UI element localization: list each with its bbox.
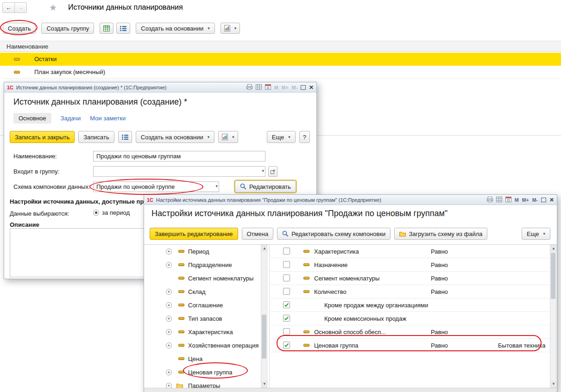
print-icon[interactable] <box>487 197 493 203</box>
grid-icon[interactable] <box>496 197 502 203</box>
tab-notes[interactable]: Мои заметки <box>90 115 126 122</box>
memory-m-plus-button[interactable]: M+ <box>282 85 289 90</box>
filter-row[interactable]: Кроме продаж между организациями <box>270 299 550 312</box>
filter-row[interactable]: Основной способ обесп... Равно <box>270 325 550 339</box>
grid-icon[interactable] <box>256 84 262 91</box>
load-schema-button[interactable]: Загрузить схему из файла <box>394 228 487 240</box>
more-button[interactable]: Еще <box>267 131 296 143</box>
filter-checkbox-checked[interactable] <box>283 315 290 322</box>
calendar-icon[interactable]: 31 <box>505 197 511 203</box>
forward-icon[interactable] <box>14 2 27 13</box>
group-input[interactable] <box>94 167 265 176</box>
scroll-down-icon[interactable]: ▼ <box>261 381 268 387</box>
create-based-on-button[interactable]: Создать на основании <box>136 131 214 143</box>
filter-checkbox-checked[interactable] <box>283 342 290 348</box>
filter-row[interactable]: Назначение Равно <box>270 258 550 272</box>
filter-row[interactable]: Количество Равно <box>270 285 550 299</box>
back-icon[interactable] <box>2 2 15 13</box>
expand-icon[interactable] <box>166 289 172 295</box>
tree-item[interactable]: Подразделение <box>148 258 261 272</box>
finish-editing-button[interactable]: Завершить редактирование <box>150 228 238 240</box>
expand-icon[interactable] <box>166 316 172 322</box>
scroll-thumb[interactable] <box>262 315 266 359</box>
favorite-star-icon[interactable] <box>49 2 57 13</box>
expand-icon[interactable] <box>166 329 172 335</box>
calendar-icon[interactable]: 31 <box>265 84 271 91</box>
memory-m-button[interactable]: M <box>515 197 519 203</box>
edit-composition-schema-button[interactable]: Редактировать схему компоновки <box>277 228 391 240</box>
filter-checkbox[interactable] <box>283 261 290 268</box>
tree-item[interactable]: Период <box>148 245 261 258</box>
filters-scrollbar[interactable]: ▲ ▼ <box>550 245 556 388</box>
create-group-button[interactable]: Создать группу <box>41 23 94 34</box>
save-button[interactable]: Записать <box>78 131 114 143</box>
expand-icon[interactable] <box>166 262 172 268</box>
tab-main[interactable]: Основное <box>13 113 51 124</box>
list-row[interactable]: Остатки <box>0 53 561 66</box>
expand-icon[interactable] <box>166 342 172 348</box>
radio-period[interactable] <box>93 210 99 216</box>
filter-checkbox[interactable] <box>283 328 290 335</box>
tree-item[interactable]: Хозяйственная операция <box>148 339 261 352</box>
filter-checkbox[interactable] <box>283 288 290 295</box>
list-icon[interactable] <box>116 23 130 34</box>
tab-tasks[interactable]: Задачи <box>61 115 81 122</box>
tree-scrollbar[interactable]: ▲ ▼ <box>261 245 267 388</box>
expand-icon[interactable] <box>166 369 172 375</box>
scroll-thumb[interactable] <box>551 253 555 299</box>
scroll-up-icon[interactable]: ▲ <box>261 245 268 252</box>
tree-item[interactable]: Параметры <box>148 379 261 388</box>
tree-item[interactable]: Сегмент номенклатуры <box>148 272 261 285</box>
group-field[interactable]: ▾ <box>93 166 265 177</box>
memory-m-plus-button[interactable]: M+ <box>522 197 529 203</box>
memory-m-minus-button[interactable]: M- <box>292 85 297 90</box>
filter-checkbox[interactable] <box>283 274 290 281</box>
name-input[interactable] <box>94 151 265 161</box>
save-and-close-button[interactable]: Записать и закрыть <box>10 131 75 143</box>
tree-item[interactable]: Цена <box>148 352 261 366</box>
filter-row[interactable]: Ценовая группа Равно Бытовая техника <box>270 339 550 352</box>
dialog-titlebar[interactable]: 1С Источник данных планирования (создани… <box>4 82 316 93</box>
scroll-down-icon[interactable]: ▼ <box>550 381 557 387</box>
expand-icon[interactable] <box>166 383 172 388</box>
cancel-button[interactable]: Отмена <box>242 228 274 240</box>
tree-item[interactable]: Тип запасов <box>148 312 261 325</box>
tree-item[interactable]: Соглашение <box>148 299 261 312</box>
expand-icon[interactable] <box>166 249 172 255</box>
filter-row[interactable]: Кроме комиссионных продаж <box>270 312 550 325</box>
list-icon[interactable] <box>118 131 132 143</box>
schema-input[interactable] <box>94 182 219 192</box>
close-icon[interactable] <box>309 84 314 91</box>
filter-checkbox-checked[interactable] <box>283 301 290 308</box>
report-icon[interactable] <box>221 23 240 34</box>
name-field[interactable] <box>93 151 265 162</box>
tree-item[interactable]: Склад <box>148 285 261 299</box>
close-icon[interactable] <box>549 197 554 203</box>
table-icon[interactable] <box>100 23 113 34</box>
maximize-icon[interactable] <box>541 198 546 202</box>
expand-icon[interactable] <box>166 302 172 308</box>
edit-schema-button[interactable]: Редактировать <box>235 180 296 193</box>
help-button[interactable]: ? <box>299 131 310 143</box>
maximize-icon[interactable] <box>301 85 306 90</box>
more-button[interactable]: Еще <box>522 228 550 240</box>
filter-row[interactable]: Характеристика Равно <box>270 245 550 258</box>
tree-item[interactable]: Ценовая группа <box>148 366 261 379</box>
memory-m-button[interactable]: M <box>274 85 278 90</box>
chevron-down-icon[interactable]: ▾ <box>262 168 264 173</box>
tree-item[interactable]: Характеристика <box>148 325 261 339</box>
list-row[interactable]: План закупок (месячный) <box>0 66 561 79</box>
scroll-up-icon[interactable]: ▲ <box>550 245 557 252</box>
memory-m-minus-button[interactable]: M- <box>532 197 538 203</box>
list-column-header[interactable]: Наименование <box>0 41 561 52</box>
print-icon[interactable] <box>246 84 252 91</box>
create-button[interactable]: Создать <box>3 23 36 34</box>
open-button[interactable] <box>268 166 277 177</box>
filter-checkbox[interactable] <box>283 248 290 255</box>
dialog-titlebar[interactable]: 1С Настройки источника данных планирован… <box>144 195 557 205</box>
chevron-down-icon[interactable]: ▾ <box>215 184 218 188</box>
create-based-on-button[interactable]: Создать на основании <box>136 23 214 34</box>
report-icon[interactable] <box>218 131 238 143</box>
schema-field[interactable]: ▾ <box>93 181 219 192</box>
filter-row[interactable]: Сегмент номенклатуры Равно <box>270 272 550 285</box>
